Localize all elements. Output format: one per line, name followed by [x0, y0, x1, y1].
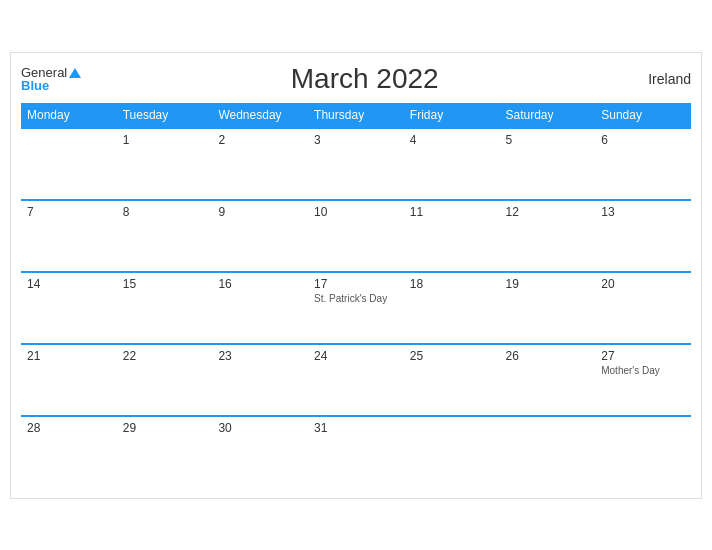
day-number: 21	[27, 349, 111, 363]
day-cell: 5	[500, 128, 596, 200]
day-number: 31	[314, 421, 398, 435]
weekday-tuesday: Tuesday	[117, 103, 213, 128]
day-cell: 27Mother's Day	[595, 344, 691, 416]
day-cell: 30	[212, 416, 308, 488]
calendar-header: General Blue March 2022 Ireland	[21, 63, 691, 95]
day-cell: 16	[212, 272, 308, 344]
day-number: 30	[218, 421, 302, 435]
day-cell: 3	[308, 128, 404, 200]
day-cell	[21, 128, 117, 200]
day-number: 5	[506, 133, 590, 147]
calendar-container: General Blue March 2022 Ireland Monday T…	[10, 52, 702, 499]
day-cell: 21	[21, 344, 117, 416]
day-cell: 29	[117, 416, 213, 488]
calendar-country: Ireland	[648, 71, 691, 87]
day-number: 1	[123, 133, 207, 147]
day-cell: 9	[212, 200, 308, 272]
day-cell: 22	[117, 344, 213, 416]
day-cell: 25	[404, 344, 500, 416]
calendar-body: 1234567891011121314151617St. Patrick's D…	[21, 128, 691, 488]
day-number: 9	[218, 205, 302, 219]
calendar-grid: Monday Tuesday Wednesday Thursday Friday…	[21, 103, 691, 488]
day-number: 20	[601, 277, 685, 291]
day-number: 29	[123, 421, 207, 435]
day-cell: 8	[117, 200, 213, 272]
day-number: 8	[123, 205, 207, 219]
weekday-thursday: Thursday	[308, 103, 404, 128]
calendar-title: March 2022	[291, 63, 439, 95]
day-cell: 11	[404, 200, 500, 272]
day-cell: 4	[404, 128, 500, 200]
week-row-4: 28293031	[21, 416, 691, 488]
day-number: 11	[410, 205, 494, 219]
week-row-0: 123456	[21, 128, 691, 200]
day-number: 3	[314, 133, 398, 147]
day-cell: 13	[595, 200, 691, 272]
day-number: 16	[218, 277, 302, 291]
day-event: St. Patrick's Day	[314, 293, 398, 304]
day-number: 22	[123, 349, 207, 363]
week-row-3: 21222324252627Mother's Day	[21, 344, 691, 416]
day-number: 14	[27, 277, 111, 291]
logo-general-text: General	[21, 66, 81, 79]
day-cell	[404, 416, 500, 488]
day-cell: 15	[117, 272, 213, 344]
day-cell: 14	[21, 272, 117, 344]
weekday-friday: Friday	[404, 103, 500, 128]
day-number: 26	[506, 349, 590, 363]
day-number: 10	[314, 205, 398, 219]
day-number: 19	[506, 277, 590, 291]
weekday-saturday: Saturday	[500, 103, 596, 128]
logo-triangle-icon	[69, 68, 81, 78]
day-number: 25	[410, 349, 494, 363]
day-cell: 6	[595, 128, 691, 200]
day-cell: 2	[212, 128, 308, 200]
week-row-1: 78910111213	[21, 200, 691, 272]
weekday-sunday: Sunday	[595, 103, 691, 128]
day-cell: 1	[117, 128, 213, 200]
day-cell: 31	[308, 416, 404, 488]
day-number: 17	[314, 277, 398, 291]
day-cell: 7	[21, 200, 117, 272]
day-cell: 18	[404, 272, 500, 344]
day-number: 27	[601, 349, 685, 363]
day-cell	[595, 416, 691, 488]
day-cell: 20	[595, 272, 691, 344]
day-number: 15	[123, 277, 207, 291]
day-cell: 19	[500, 272, 596, 344]
day-cell: 24	[308, 344, 404, 416]
day-number: 2	[218, 133, 302, 147]
day-cell: 10	[308, 200, 404, 272]
day-number: 4	[410, 133, 494, 147]
weekday-wednesday: Wednesday	[212, 103, 308, 128]
logo: General Blue	[21, 66, 81, 92]
day-event: Mother's Day	[601, 365, 685, 376]
day-number: 24	[314, 349, 398, 363]
day-cell	[500, 416, 596, 488]
day-cell: 23	[212, 344, 308, 416]
day-number: 6	[601, 133, 685, 147]
logo-blue-text: Blue	[21, 79, 81, 92]
day-cell: 26	[500, 344, 596, 416]
weekday-header-row: Monday Tuesday Wednesday Thursday Friday…	[21, 103, 691, 128]
day-number: 7	[27, 205, 111, 219]
day-cell: 17St. Patrick's Day	[308, 272, 404, 344]
day-number: 18	[410, 277, 494, 291]
day-number: 23	[218, 349, 302, 363]
day-cell: 12	[500, 200, 596, 272]
day-number: 13	[601, 205, 685, 219]
weekday-monday: Monday	[21, 103, 117, 128]
day-number: 12	[506, 205, 590, 219]
week-row-2: 14151617St. Patrick's Day181920	[21, 272, 691, 344]
day-number: 28	[27, 421, 111, 435]
day-cell: 28	[21, 416, 117, 488]
